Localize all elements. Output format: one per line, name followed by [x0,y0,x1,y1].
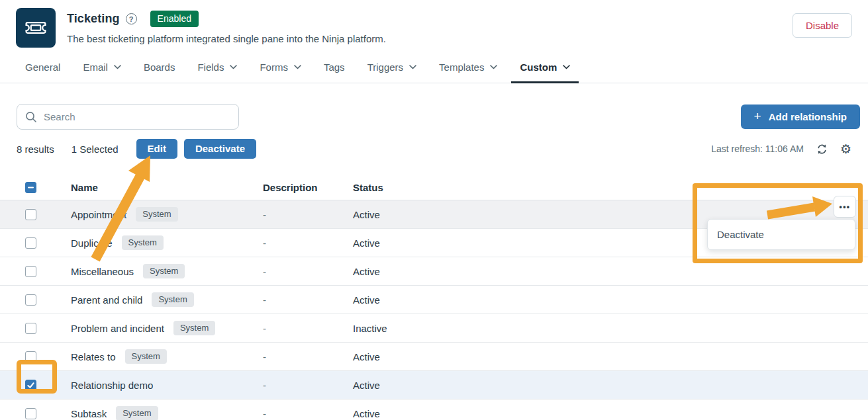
row-name: Relates to [71,351,116,362]
row-description: - [263,266,353,277]
row-name: Problem and incident [71,323,164,334]
system-badge: System [143,264,185,278]
table-row-relationship-demo[interactable]: Relationship demo-Active [0,371,868,399]
row-status: Active [353,408,868,419]
row-name-cell: Parent and childSystem [71,292,263,307]
disable-button[interactable]: Disable [793,13,852,38]
tab-label: Tags [324,62,345,73]
tab-label: General [25,62,60,73]
row-description: - [263,294,353,306]
row-description: - [263,351,353,362]
row-name: Relationship demo [71,380,153,391]
system-badge: System [152,292,193,307]
enabled-status-badge: Enabled [150,11,199,27]
row-status: Active [353,266,868,277]
refresh-icon[interactable] [816,144,828,155]
tab-label: Custom [520,62,557,73]
add-relationship-label: Add relationship [769,111,847,122]
row-name-cell: DuplicateSystem [71,235,263,250]
page-title: Ticketing [67,12,120,26]
chevron-down-icon [490,65,497,69]
row-description: - [263,408,353,419]
system-badge: System [122,235,164,250]
row-checkbox[interactable] [25,266,36,277]
row-checkbox[interactable] [25,408,36,419]
gear-icon[interactable]: ⚙ [840,143,851,155]
system-badge: System [125,349,167,364]
table-header-row: Name Description Status [0,175,868,200]
table-row-parent-and-child[interactable]: Parent and childSystem-Active [0,286,868,314]
table-row-subtask[interactable]: SubtaskSystem-Active [0,399,868,420]
row-checkbox[interactable] [25,209,36,220]
row-actions-dropdown[interactable]: Deactivate [707,219,855,250]
results-bar: 8 results 1 Selected Edit Deactivate Las… [0,130,868,167]
ticketing-app-icon [16,8,56,48]
row-name: Parent and child [71,294,142,306]
relationships-table: Name Description Status AppointmentSyste… [0,175,868,420]
row-name: Subtask [71,408,107,419]
search-icon [25,111,37,123]
tab-label: Email [83,62,108,73]
results-count: 8 results [17,144,54,155]
add-relationship-button[interactable]: + Add relationship [741,105,860,129]
row-description: - [263,237,353,249]
app-description: The best ticketing platform integrated s… [67,33,386,44]
last-refresh-label: Last refresh: 11:06 AM [711,144,804,154]
row-status: Active [353,294,868,306]
column-header-name[interactable]: Name [71,182,263,193]
system-badge: System [136,207,177,222]
row-name: Appointment [71,209,126,220]
row-name: Miscellaneous [71,266,134,277]
row-actions-menu-button[interactable]: ••• [834,196,856,218]
tab-label: Triggers [367,62,403,73]
dropdown-item-deactivate[interactable]: Deactivate [717,229,764,240]
chevron-down-icon [409,65,416,69]
row-name-cell: MiscellaneousSystem [71,264,263,278]
table-row-miscellaneous[interactable]: MiscellaneousSystem-Active [0,257,868,286]
column-header-status[interactable]: Status [353,182,868,193]
select-all-checkbox[interactable] [25,182,36,193]
row-status: Active [353,209,868,220]
row-status: Active [353,351,868,362]
chevron-down-icon [114,65,121,69]
tab-fields[interactable]: Fields [189,62,246,83]
row-name-cell: Relationship demo [71,380,263,391]
selected-count: 1 Selected [72,144,119,155]
tab-triggers[interactable]: Triggers [359,62,425,83]
row-status: Active [353,380,868,391]
deactivate-button[interactable]: Deactivate [184,139,256,159]
tab-label: Templates [439,62,484,73]
tab-custom[interactable]: Custom [511,62,579,83]
system-badge: System [116,406,158,420]
chevron-down-icon [230,65,237,69]
table-row-relates-to[interactable]: Relates toSystem-Active [0,343,868,371]
toolbar: + Add relationship [0,104,868,130]
tab-forms[interactable]: Forms [251,62,310,83]
edit-button[interactable]: Edit [136,139,177,159]
tab-label: Boards [144,62,175,73]
row-checkbox-checked[interactable] [25,380,36,391]
chevron-down-icon [294,65,301,69]
tab-boards[interactable]: Boards [135,62,184,83]
tab-bar: GeneralEmailBoardsFieldsFormsTagsTrigger… [0,62,868,83]
column-header-description[interactable]: Description [263,182,353,193]
row-name-cell: AppointmentSystem [71,207,263,222]
system-badge: System [173,321,215,335]
tab-templates[interactable]: Templates [430,62,506,83]
search-box[interactable] [17,104,239,130]
row-name: Duplicate [71,237,113,249]
row-checkbox[interactable] [25,294,36,306]
tab-email[interactable]: Email [74,62,130,83]
tab-tags[interactable]: Tags [315,62,354,83]
search-input[interactable] [44,111,230,122]
row-checkbox[interactable] [25,351,36,362]
indeterminate-icon [27,184,34,191]
help-icon[interactable]: ? [126,13,137,24]
row-checkbox[interactable] [25,323,36,334]
row-status: Inactive [353,323,868,334]
plus-icon: + [754,110,761,122]
tab-general[interactable]: General [17,62,69,83]
tab-label: Fields [197,62,224,73]
table-row-problem-and-incident[interactable]: Problem and incidentSystem-Inactive [0,314,868,343]
row-checkbox[interactable] [25,237,36,249]
